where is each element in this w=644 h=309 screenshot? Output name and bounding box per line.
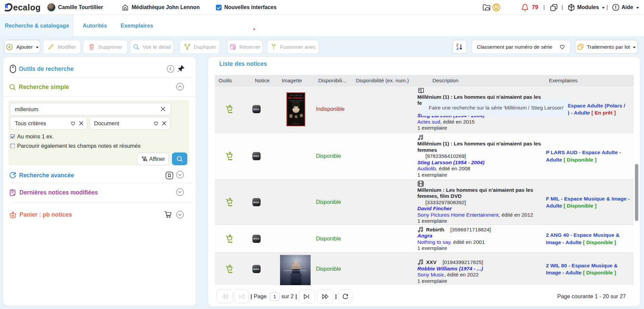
- add-to-cart-button[interactable]: [225, 264, 235, 274]
- page-number-input[interactable]: [270, 292, 279, 301]
- exemplaire-info[interactable]: F MIL - Espace Musique & Image - Adulte …: [546, 195, 633, 210]
- cart-view-button[interactable]: [164, 210, 173, 219]
- affiner-button[interactable]: Affiner: [137, 153, 169, 165]
- merge-icon: [270, 43, 277, 50]
- heart-icon[interactable]: [70, 121, 76, 126]
- sort-button[interactable]: Z A: [452, 40, 467, 54]
- clear-doctype-icon[interactable]: [162, 121, 167, 126]
- reserver-button[interactable]: Réserver: [227, 40, 263, 54]
- clear-search-icon[interactable]: [160, 106, 166, 112]
- notice-row[interactable]: DOCDisponibleMillenium : Les hommes qui …: [215, 180, 634, 225]
- first-page-button[interactable]: [217, 290, 233, 303]
- expand-advanced-search-button[interactable]: [176, 171, 184, 180]
- doctype-combo[interactable]: Document: [89, 117, 170, 130]
- heart-icon[interactable]: [559, 44, 565, 50]
- tab-autorites[interactable]: Autorités: [74, 15, 116, 36]
- magnifier-icon: [133, 43, 140, 50]
- exemplaire-status: [ Disponible ]: [583, 270, 616, 275]
- column-header-imagette[interactable]: Imagette: [274, 75, 316, 86]
- collapse-simple-search-button[interactable]: [176, 83, 184, 92]
- classement-select[interactable]: Classement par numéro de série: [472, 40, 570, 54]
- publisher-link[interactable]: Audiolib: [417, 166, 436, 171]
- doc-badge[interactable]: DOC: [252, 105, 261, 113]
- tab-exemplaires[interactable]: Exemplaires: [116, 15, 158, 36]
- add-to-cart-button[interactable]: [225, 151, 235, 161]
- assistance-icon[interactable]: [492, 0, 501, 15]
- tab-recherche-catalogage[interactable]: Recherche & catalogage: [0, 15, 74, 36]
- author-link[interactable]: Stieg Larsson (1954 - 2004): [417, 160, 485, 165]
- publisher-link[interactable]: Sony Music: [417, 272, 444, 277]
- publisher-link[interactable]: Nothing to say: [417, 239, 450, 245]
- ajouter-button[interactable]: Ajouter: [4, 40, 40, 54]
- collapse-panel-button[interactable]: [167, 65, 174, 74]
- notice-row[interactable]: DOCROBBIE WILLIAMS XXVDisponibleXXV[0194…: [215, 253, 634, 285]
- modules-menu[interactable]: Modules: [567, 0, 605, 15]
- notice-title: XXV: [426, 259, 436, 265]
- publisher-link[interactable]: Sony Pictures Home Entertainment: [417, 212, 499, 218]
- media-type-icon: [417, 87, 543, 94]
- cell-exemplaires: 2 ANG 40 - Espace Musique & Image - Adul…: [544, 225, 634, 253]
- clear-criteria-icon[interactable]: [79, 121, 84, 126]
- last-page-button[interactable]: [317, 290, 333, 303]
- book-cover-millenium[interactable]: STIEG LARSSONMILLÉNIUM 1Les hommes qui n…: [286, 92, 305, 126]
- expand-basket-button[interactable]: [176, 211, 184, 220]
- prev-page-button[interactable]: [234, 290, 249, 303]
- notice-row[interactable]: DOCDisponibleRebirth[3596971718824]Angra…: [215, 225, 634, 253]
- min-copies-checkbox-row[interactable]: Au moins 1 ex.: [10, 133, 54, 140]
- modules-label: Modules: [577, 4, 599, 10]
- doc-badge[interactable]: DOC: [252, 265, 261, 273]
- doc-badge[interactable]: DOC: [252, 198, 261, 206]
- simple-search-form: Tous critères Document Au moins 1 ex. Pa…: [8, 100, 189, 165]
- search-input[interactable]: [10, 103, 171, 116]
- column-header-notice[interactable]: Notice: [245, 75, 274, 86]
- dupliquer-button[interactable]: Dupliquer: [180, 40, 220, 54]
- doc-badge[interactable]: DOC: [252, 152, 261, 160]
- traitements-par-lot-button[interactable]: Traitements par lot: [575, 40, 638, 54]
- refresh-button[interactable]: [338, 290, 352, 303]
- column-header-disponibilite-num[interactable]: Disponibilité (ex. num.): [349, 75, 415, 86]
- fusionner-avec-button[interactable]: Fusionner avec: [267, 40, 319, 54]
- column-header-outils[interactable]: Outils: [215, 75, 245, 86]
- notes-checkbox[interactable]: [10, 144, 15, 148]
- notice-row[interactable]: DOCDisponibleMillénium (1) : Les hommes …: [215, 132, 634, 180]
- advanced-search-icon: [9, 171, 17, 179]
- voir-le-detail-button[interactable]: Voir le détail: [130, 40, 174, 54]
- exemplaire-info[interactable]: 2 WIL 80 - Espace Musique & Image - Adul…: [546, 262, 633, 276]
- vertical-scrollbar[interactable]: [635, 164, 638, 221]
- help-menu[interactable]: Aide: [612, 0, 639, 15]
- criteria-combo[interactable]: Tous critères: [10, 117, 87, 130]
- cover-bottom-text: ACTES SUD: [287, 123, 305, 125]
- column-header-description[interactable]: Description: [415, 75, 544, 86]
- author-link[interactable]: Angra: [417, 233, 432, 238]
- pencil-icon: [47, 43, 54, 50]
- add-to-cart-button[interactable]: [225, 197, 235, 207]
- expand-recent-records-button[interactable]: [176, 188, 184, 197]
- notes-checkbox-row[interactable]: Parcourir également les champs notes et …: [10, 143, 141, 149]
- pin-icon[interactable]: [177, 64, 185, 73]
- saved-searches-button[interactable]: [165, 171, 174, 180]
- publisher-link[interactable]: Actes sud: [417, 119, 440, 125]
- search-submit-button[interactable]: [172, 152, 187, 165]
- column-header-disponibilite[interactable]: Disponibili...: [316, 75, 349, 86]
- windows-icon[interactable]: [550, 0, 558, 15]
- column-header-exemplaires[interactable]: Exemplaires: [544, 75, 634, 86]
- next-page-button[interactable]: [298, 290, 315, 303]
- author-link[interactable]: David Fincher: [417, 206, 452, 211]
- exemplaire-info[interactable]: P LARS AUD - Espace Adulte - Adulte [ Di…: [546, 149, 633, 163]
- availability-status: Disponible: [316, 225, 349, 253]
- folder-cloud-icon[interactable]: [482, 0, 491, 15]
- cell-imagette: ROBBIE WILLIAMS XXV: [274, 253, 316, 285]
- notifications-bell[interactable]: [521, 0, 529, 15]
- min-copies-checkbox[interactable]: [10, 134, 15, 139]
- album-cover-xxv[interactable]: ROBBIE WILLIAMS XXV: [280, 255, 311, 285]
- modifier-button[interactable]: Modifier: [43, 40, 81, 54]
- min-copies-label: Au moins 1 ex.: [17, 133, 54, 140]
- add-to-cart-button[interactable]: [225, 104, 235, 114]
- edition-info: , édité en 2012: [499, 212, 533, 218]
- heart-icon[interactable]: [153, 121, 159, 126]
- doc-badge[interactable]: DOC: [252, 235, 261, 243]
- supprimer-button[interactable]: Supprimer: [83, 40, 128, 54]
- add-to-cart-button[interactable]: [225, 234, 235, 244]
- author-link[interactable]: Robbie Williams (1974 - ...): [417, 266, 483, 271]
- exemplaire-info[interactable]: 2 ANG 40 - Espace Musique & Image - Adul…: [546, 231, 633, 246]
